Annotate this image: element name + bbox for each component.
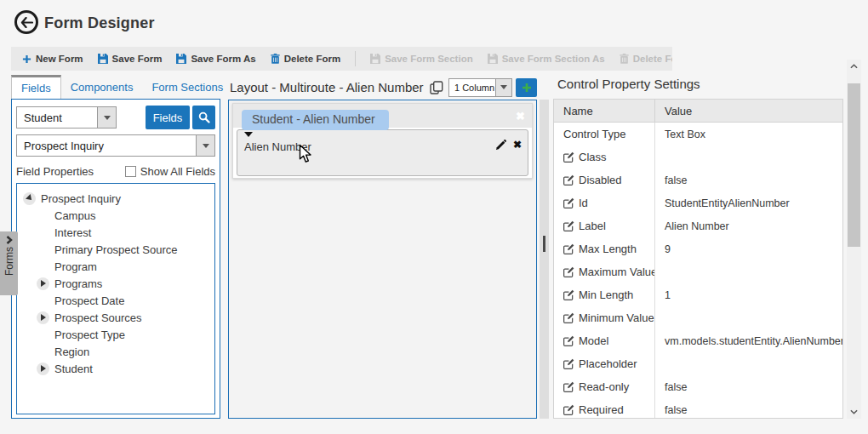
edit-icon bbox=[563, 174, 574, 186]
tree-item-programs[interactable]: Programs bbox=[17, 275, 214, 292]
layout-field-label: Alien Number bbox=[244, 140, 311, 153]
tab-form-sections[interactable]: Form Sections bbox=[142, 75, 232, 99]
property-row-control-type[interactable]: Control Type Text Box bbox=[554, 123, 842, 146]
back-arrow-icon bbox=[20, 17, 33, 28]
show-all-fields-toggle[interactable]: Show All Fields bbox=[125, 165, 215, 178]
save-icon bbox=[176, 54, 186, 64]
remove-field-icon[interactable]: ✖ bbox=[513, 139, 522, 151]
property-row-max-length[interactable]: Max Length 9 bbox=[554, 237, 842, 260]
property-row-label[interactable]: Label Alien Number bbox=[554, 214, 842, 237]
form-select[interactable]: Prospect Inquiry bbox=[16, 134, 215, 157]
entity-row: Student Fields bbox=[16, 106, 215, 129]
search-icon bbox=[198, 111, 210, 123]
toolbar-button-new-form[interactable]: New Form bbox=[22, 54, 83, 64]
tab-components[interactable]: Components bbox=[61, 75, 143, 99]
edit-icon bbox=[563, 335, 574, 346]
panel-splitter[interactable] bbox=[540, 100, 549, 419]
edit-icon bbox=[563, 266, 574, 277]
edit-icon bbox=[563, 220, 574, 231]
forms-side-tab[interactable]: Forms bbox=[0, 231, 18, 295]
form-select-value: Prospect Inquiry bbox=[17, 135, 196, 156]
page-title: Form Designer bbox=[44, 14, 155, 32]
toolbar-button-save-form-section: Save Form Section bbox=[370, 54, 473, 64]
columns-select[interactable]: 1 Column bbox=[448, 78, 512, 97]
edit-field-icon[interactable] bbox=[495, 140, 506, 151]
tree-item-student[interactable]: Student bbox=[17, 360, 214, 377]
property-row-class[interactable]: Class bbox=[554, 146, 842, 168]
tree-item-campus[interactable]: Campus bbox=[17, 207, 214, 224]
property-row-model[interactable]: Model vm.models.studentEntity.AlienNumbe… bbox=[554, 329, 842, 352]
toolbar: New Form Save Form Save Form As Delete F… bbox=[11, 47, 672, 71]
plus-icon bbox=[22, 54, 31, 64]
chevron-down-icon[interactable] bbox=[495, 79, 511, 96]
tree-expander-icon[interactable] bbox=[37, 363, 49, 375]
toolbar-button-save-form-as[interactable]: Save Form As bbox=[176, 54, 255, 64]
fields-panel: Student Fields Prospect Inquiry Field Pr… bbox=[11, 99, 220, 419]
scrollbar-down-icon[interactable] bbox=[847, 405, 861, 419]
search-button[interactable] bbox=[192, 106, 215, 129]
save-icon bbox=[370, 54, 380, 64]
tree-expander-icon[interactable] bbox=[23, 192, 36, 205]
tree-item-prospect-date[interactable]: Prospect Date bbox=[17, 292, 214, 309]
tab-fields[interactable]: Fields bbox=[11, 75, 61, 99]
property-row-disabled[interactable]: Disabled false bbox=[554, 168, 842, 191]
plus-icon bbox=[522, 83, 532, 93]
tree-item-primary-prospect-source[interactable]: Primary Prospect Source bbox=[17, 241, 214, 258]
tree-item-program[interactable]: Program bbox=[17, 258, 214, 275]
tree-item-prospect-sources[interactable]: Prospect Sources bbox=[17, 309, 214, 326]
tree-item-interest[interactable]: Interest bbox=[17, 224, 214, 241]
left-panel-tabs: FieldsComponentsForm Sections bbox=[11, 75, 232, 99]
show-all-fields-label: Show All Fields bbox=[140, 165, 215, 178]
property-row-placeholder[interactable]: Placeholder bbox=[554, 352, 842, 375]
chevron-down-icon[interactable] bbox=[97, 107, 116, 128]
trash-icon bbox=[620, 54, 629, 64]
edit-icon bbox=[563, 404, 574, 415]
back-button[interactable] bbox=[14, 10, 38, 34]
scrollbar-thumb[interactable] bbox=[848, 83, 860, 247]
form-designer-app: Form Designer New Form Save Form Save Fo… bbox=[0, 0, 868, 434]
property-row-id[interactable]: Id StudentEntityAlienNumber bbox=[554, 191, 842, 214]
entity-select[interactable]: Student bbox=[16, 106, 117, 128]
field-properties-row: Field Properties Show All Fields bbox=[16, 163, 215, 179]
property-row-min-length[interactable]: Min Length 1 bbox=[554, 283, 842, 306]
layout-header: Layout - Multiroute - Alien Number 1 Col… bbox=[230, 77, 537, 98]
chevron-right-icon bbox=[6, 236, 13, 244]
field-properties-label: Field Properties bbox=[16, 165, 94, 178]
form-row: Prospect Inquiry bbox=[16, 134, 215, 157]
add-column-button[interactable] bbox=[516, 78, 537, 97]
layout-canvas: ✖ Alien Number ✖ Student - Alien Number bbox=[228, 100, 537, 419]
tree-item-prospect-type[interactable]: Prospect Type bbox=[17, 326, 214, 343]
toolbar-button-delete-form[interactable]: Delete Form bbox=[271, 54, 340, 64]
edit-icon bbox=[563, 151, 574, 163]
edit-icon bbox=[563, 381, 574, 392]
column-header-name: Name bbox=[554, 100, 654, 122]
edit-icon bbox=[563, 289, 574, 300]
property-row-minimum-value[interactable]: Minimum Value bbox=[554, 306, 842, 329]
close-section-icon[interactable]: ✖ bbox=[516, 111, 525, 122]
edit-icon bbox=[563, 243, 574, 254]
save-icon bbox=[488, 54, 498, 64]
property-row-required[interactable]: Required false bbox=[554, 398, 842, 419]
chevron-down-icon[interactable] bbox=[196, 135, 214, 156]
vertical-scrollbar[interactable] bbox=[847, 60, 861, 419]
save-icon bbox=[98, 54, 108, 64]
forms-side-tab-label: Forms bbox=[3, 247, 15, 276]
fields-button[interactable]: Fields bbox=[146, 106, 190, 129]
scrollbar-up-icon[interactable] bbox=[847, 60, 861, 73]
trash-icon bbox=[271, 54, 280, 64]
edit-icon bbox=[563, 358, 574, 369]
tree-item-prospect-inquiry[interactable]: Prospect Inquiry bbox=[17, 190, 214, 207]
columns-select-value: 1 Column bbox=[449, 79, 495, 96]
property-row-maximum-value[interactable]: Maximum Value bbox=[554, 260, 842, 283]
toolbar-button-save-form[interactable]: Save Form bbox=[98, 54, 163, 64]
show-all-fields-checkbox[interactable] bbox=[125, 166, 136, 177]
tree-expander-icon[interactable] bbox=[37, 277, 49, 290]
tree-item-region[interactable]: Region bbox=[17, 343, 214, 360]
layout-field[interactable]: Alien Number ✖ bbox=[237, 129, 528, 176]
property-row-read-only[interactable]: Read-only false bbox=[554, 375, 842, 398]
properties-title: Control Property Settings bbox=[557, 77, 700, 91]
copy-section-icon[interactable] bbox=[430, 81, 443, 94]
edit-icon bbox=[563, 197, 574, 208]
layout-title: Layout - Multiroute - Alien Number bbox=[230, 80, 424, 94]
tree-expander-icon[interactable] bbox=[37, 311, 49, 324]
